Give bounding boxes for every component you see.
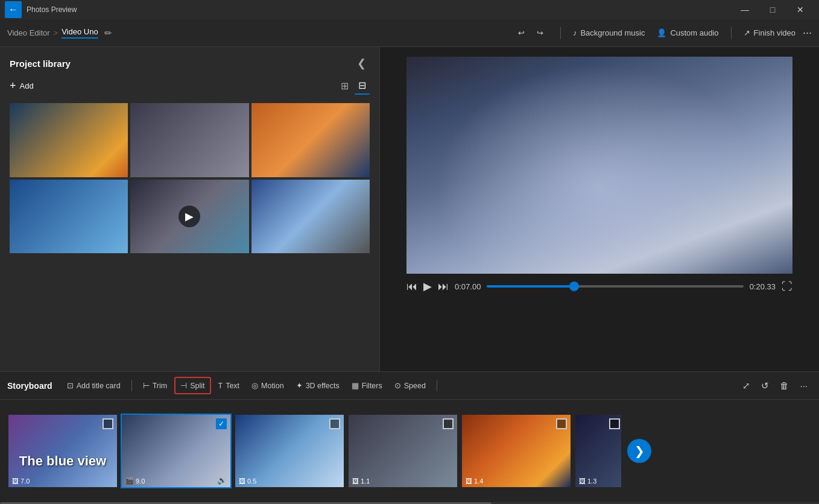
grid-view-1-button[interactable]: ⊞ [337,77,352,95]
back-button[interactable]: ← [5,1,22,18]
undo-redo-group: ↩ ↪ [513,26,548,40]
background-music-button[interactable]: ♪ Background music [568,26,650,40]
project-library-title: Project library [10,58,353,69]
project-library-header: Project library ❮ [0,47,379,77]
more-sb-button[interactable]: ··· [795,377,812,394]
main-content: Project library ❮ + Add ⊞ ⊟ [0,47,819,371]
time-button[interactable]: ↺ [757,377,773,394]
collapse-library-button[interactable]: ❮ [353,55,370,71]
effects-icon: ✦ [296,381,303,390]
close-button[interactable]: ✕ [786,0,814,19]
progress-thumb[interactable] [569,282,579,291]
clip-checkbox-2[interactable]: ✓ [216,418,227,429]
add-icon: + [10,80,16,92]
clip-thumb-3: 🖼 0.5 [235,415,344,487]
sb-right-actions: ⤢ ↺ 🗑 ··· [738,377,812,394]
clip-title-text-1: The blue view [8,453,117,469]
delete-button[interactable]: 🗑 [776,377,793,394]
breadcrumb-parent[interactable]: Video Editor [7,28,50,37]
effects-3d-button[interactable]: ✦ 3D effects [291,378,344,393]
clip-checkbox-4[interactable] [443,418,454,429]
clip-audio-icon-2: 🔊 [217,476,227,485]
play-button[interactable]: ▶ [423,280,432,293]
view-toggle: ⊞ ⊟ [337,77,370,95]
media-thumb-2[interactable] [130,103,248,177]
add-media-button[interactable]: + Add [10,77,34,95]
motion-button[interactable]: ◎ Motion [247,378,289,393]
maximize-button[interactable]: □ [759,0,786,19]
clip-label-4: 🖼 1.1 [352,477,370,485]
clip-thumb-6: 🖼 1.3 [575,415,622,487]
progress-bar[interactable] [487,285,743,288]
clip-checkbox-3[interactable] [329,418,340,429]
clip-label-icon-5: 🖼 [466,477,472,485]
back-icon: ← [8,4,18,15]
clip-item-4[interactable]: 🖼 1.1 [347,414,458,488]
speed-icon: ⊙ [394,381,401,390]
clip-thumb-2: ✓ 🎬 9.0 🔊 [122,415,230,487]
clip-item-6[interactable]: 🖼 1.3 [574,414,622,488]
storyboard-clips: The blue view 🖼 7.0 ✓ 🎬 9.0 🔊 [0,400,819,502]
step-forward-button[interactable]: ⏭ [438,280,449,293]
storyboard-toolbar: Storyboard ⊡ Add title card ⊢ Trim ⊣ Spl… [0,372,819,400]
storyboard-title: Storyboard [7,381,52,391]
custom-audio-button[interactable]: 👤 Custom audio [652,26,723,40]
clip-label-icon-2: 🎬 [125,477,134,485]
left-panel: Project library ❮ + Add ⊞ ⊟ [0,47,380,371]
finish-video-button[interactable]: ↗ Finish video [739,26,800,40]
minimize-icon: — [741,5,749,14]
clip-item-3[interactable]: 🖼 0.5 [234,414,345,488]
clip-label-3: 🖼 0.5 [239,477,256,485]
media-thumb-6[interactable] [251,180,370,254]
maximize-icon: □ [770,5,775,14]
more-options-icon[interactable]: ··· [803,27,812,39]
split-button[interactable]: ⊣ Split [174,377,210,394]
clip-checkbox-6[interactable] [609,418,620,429]
trim-label: Trim [153,382,168,390]
breadcrumb-separator: > [54,28,58,37]
clip-checkbox-1[interactable] [103,418,113,429]
add-title-card-label: Add title card [77,382,121,390]
trim-button[interactable]: ⊢ Trim [138,378,172,393]
title-bar: ← Photos Preview — □ ✕ [0,0,819,19]
app-title: Photos Preview [27,5,731,14]
video-controls: ⏮ ▶ ⏭ 0:07.00 0:20.33 ⛶ [406,280,792,293]
step-back-button[interactable]: ⏮ [406,280,417,293]
minimize-button[interactable]: — [731,0,759,19]
next-clips-button[interactable]: ❯ [627,439,651,463]
step-back-icon: ⏮ [406,280,417,293]
clip-duration-5: 1.4 [474,477,483,485]
text-button[interactable]: T Text [213,379,245,393]
add-title-card-button[interactable]: ⊡ Add title card [62,378,125,393]
grid-view-2-button[interactable]: ⊟ [355,77,370,95]
text-label: Text [226,382,239,390]
clip-thumb-4: 🖼 1.1 [349,415,457,487]
undo-button[interactable]: ↩ [513,26,530,40]
delete-icon: 🗑 [780,380,789,391]
clip-checkbox-5[interactable] [556,418,567,429]
media-thumb-5[interactable]: ▶ [130,180,248,254]
split-label: Split [190,382,204,390]
media-thumb-1[interactable] [10,103,128,177]
edit-title-icon[interactable]: ✏ [104,28,112,39]
clip-duration-2: 9.0 [136,477,145,485]
window-controls: — □ ✕ [731,0,814,19]
clip-item-2[interactable]: ✓ 🎬 9.0 🔊 [121,414,232,488]
fullscreen-button[interactable]: ⛶ [782,280,792,293]
resize-button[interactable]: ⤢ [738,377,754,394]
breadcrumb: Video Editor > Video Uno [7,27,98,39]
speed-button[interactable]: ⊙ Speed [390,378,431,393]
close-icon: ✕ [797,5,804,14]
video-placeholder [406,57,792,274]
add-label: Add [20,81,34,90]
clip-item-5[interactable]: 🖼 1.4 [461,414,572,488]
media-thumb-3[interactable] [251,103,370,177]
text-icon: T [218,382,223,390]
media-thumb-4[interactable] [10,180,128,254]
filters-icon: ▦ [352,381,359,390]
redo-button[interactable]: ↪ [532,26,548,40]
clip-duration-3: 0.5 [247,477,256,485]
clip-item-1[interactable]: The blue view 🖼 7.0 [7,414,118,488]
play-icon: ▶ [423,280,432,293]
filters-button[interactable]: ▦ Filters [347,378,387,393]
